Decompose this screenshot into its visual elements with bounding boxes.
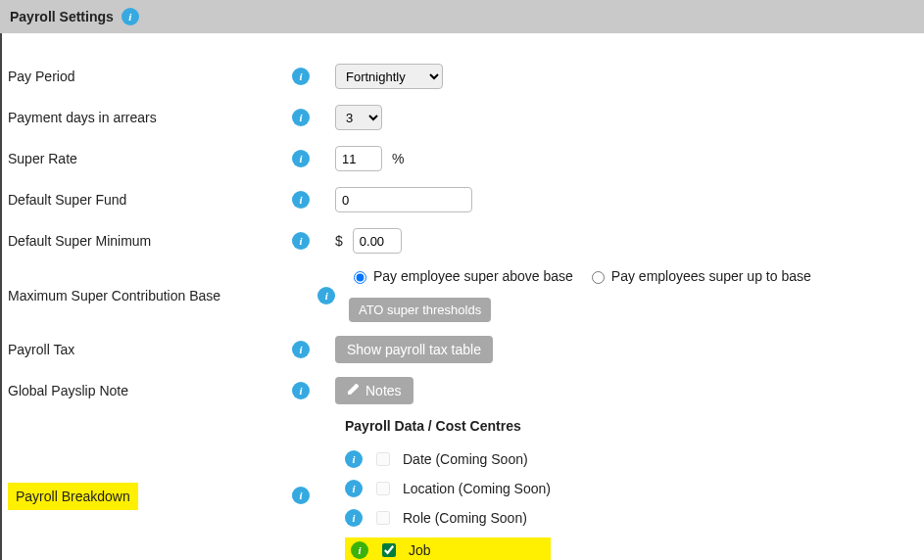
cc-location-label: Location (Coming Soon) xyxy=(403,481,551,496)
cc-date-checkbox xyxy=(376,452,390,466)
info-icon[interactable]: i xyxy=(345,480,363,497)
info-icon[interactable]: i xyxy=(292,68,310,85)
cc-role-checkbox xyxy=(376,511,390,525)
row-breakdown: Payroll Breakdown i Payroll Data / Cost … xyxy=(8,418,924,560)
row-payroll-tax: Payroll Tax i Show payroll tax table xyxy=(8,336,924,363)
info-icon[interactable]: i xyxy=(122,8,139,25)
radio-above-base-label: Pay employee super above base xyxy=(373,268,573,284)
row-arrears: Payment days in arrears i 3 xyxy=(8,104,924,131)
info-icon[interactable]: i xyxy=(292,109,310,126)
edit-icon xyxy=(347,383,360,398)
radio-up-to-base-input[interactable] xyxy=(592,271,605,284)
label-arrears: Payment days in arrears xyxy=(8,110,292,125)
percent-suffix: % xyxy=(392,151,404,166)
row-payslip-note: Global Payslip Note i Notes xyxy=(8,377,924,404)
row-max-base: Maximum Super Contribution Base i Pay em… xyxy=(8,268,924,322)
cc-date-label: Date (Coming Soon) xyxy=(403,451,528,467)
row-super-fund: Default Super Fund i xyxy=(8,186,924,213)
cc-job-label: Job xyxy=(409,542,431,558)
section-header: Payroll Settings i xyxy=(0,0,924,33)
info-icon[interactable]: i xyxy=(345,450,363,468)
radio-up-to-base[interactable]: Pay employees super up to base xyxy=(587,268,811,284)
cc-row-date: i Date (Coming Soon) xyxy=(345,449,551,469)
label-pay-period: Pay Period xyxy=(8,69,292,84)
arrears-select[interactable]: 3 xyxy=(335,105,382,130)
cc-row-location: i Location (Coming Soon) xyxy=(345,479,551,498)
info-icon[interactable]: i xyxy=(292,232,310,250)
radio-up-to-base-label: Pay employees super up to base xyxy=(611,268,811,284)
cc-job-checkbox[interactable] xyxy=(382,543,396,557)
info-icon[interactable]: i xyxy=(345,509,363,527)
row-pay-period: Pay Period i Fortnightly xyxy=(8,63,924,90)
cc-location-checkbox xyxy=(376,482,390,495)
ato-thresholds-button[interactable]: ATO super thresholds xyxy=(349,298,491,322)
settings-content: Pay Period i Fortnightly Payment days in… xyxy=(0,33,924,560)
radio-above-base[interactable]: Pay employee super above base xyxy=(349,268,573,284)
payroll-tax-button[interactable]: Show payroll tax table xyxy=(335,336,493,363)
radio-above-base-input[interactable] xyxy=(354,271,366,284)
page-title: Payroll Settings xyxy=(10,9,114,24)
row-super-rate: Super Rate i % xyxy=(8,145,924,172)
label-payslip-note: Global Payslip Note xyxy=(8,383,292,398)
cc-row-job: i Job xyxy=(345,537,551,560)
info-icon[interactable]: i xyxy=(292,150,310,167)
info-icon[interactable]: i xyxy=(292,191,310,209)
notes-button[interactable]: Notes xyxy=(335,377,413,404)
info-icon[interactable]: i xyxy=(317,287,335,304)
notes-button-label: Notes xyxy=(365,383,402,398)
label-breakdown: Payroll Breakdown xyxy=(8,483,138,510)
super-rate-input[interactable] xyxy=(335,146,382,171)
row-super-min: Default Super Minimum i $ xyxy=(8,227,924,255)
label-super-fund: Default Super Fund xyxy=(8,192,292,208)
dollar-prefix: $ xyxy=(335,233,343,249)
label-super-rate: Super Rate xyxy=(8,151,292,166)
label-super-min: Default Super Minimum xyxy=(8,233,292,249)
label-max-base: Maximum Super Contribution Base xyxy=(8,288,317,303)
pay-period-select[interactable]: Fortnightly xyxy=(335,64,443,89)
info-icon[interactable]: i xyxy=(292,487,310,504)
super-fund-input[interactable] xyxy=(335,187,472,212)
info-icon[interactable]: i xyxy=(292,382,310,399)
cost-centres-header: Payroll Data / Cost Centres xyxy=(345,418,551,434)
info-icon[interactable]: i xyxy=(351,541,368,559)
super-min-input[interactable] xyxy=(353,228,402,254)
info-icon[interactable]: i xyxy=(292,341,310,358)
label-payroll-tax: Payroll Tax xyxy=(8,342,292,357)
cc-role-label: Role (Coming Soon) xyxy=(403,510,527,526)
cc-row-role: i Role (Coming Soon) xyxy=(345,508,551,528)
